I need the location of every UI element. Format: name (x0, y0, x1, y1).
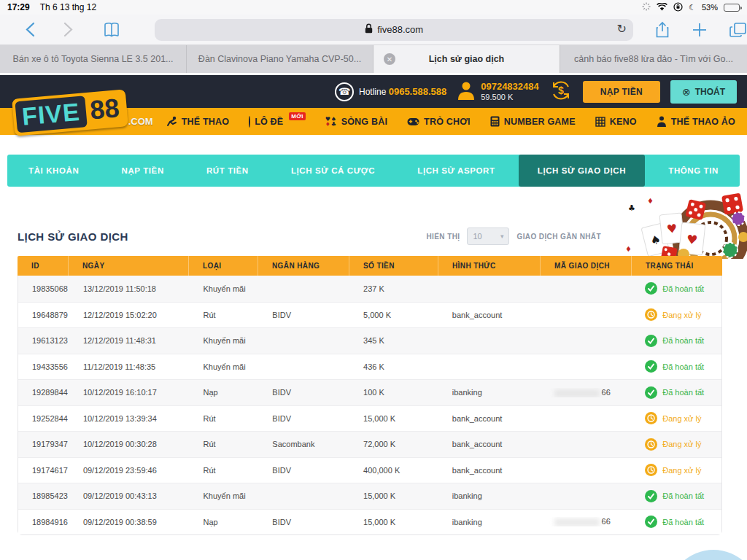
cell-type: Nạp (190, 518, 259, 526)
virtual-sport-icon (657, 116, 667, 127)
cell-bank: BIDV (258, 466, 349, 475)
cell-id: 19433556 (18, 362, 69, 371)
cell-method: bank_account (438, 311, 541, 319)
status-label: Đã hoàn tất (662, 388, 704, 397)
sub-nav-item-5[interactable]: LỊCH SỬ GIAO DỊCH (519, 155, 645, 187)
sport-icon (166, 116, 177, 127)
cell-id: 19179347 (18, 440, 69, 448)
circle-x-icon: ⊗ (682, 86, 691, 98)
rows-per-page-select[interactable]: 10 ▾ (467, 228, 509, 245)
address-bar[interactable]: five88.com ↻ (155, 19, 633, 41)
hotline[interactable]: ☎ Hotline 0965.588.588 (335, 82, 446, 101)
cell-type: Rút (190, 311, 259, 319)
browser-toolbar: five88.com ↻ (0, 15, 747, 45)
cell-date: 11/12/2019 11:48:35 (69, 362, 190, 371)
sub-nav-item-2[interactable]: RÚT TIỀN (187, 155, 268, 187)
check-circle-icon (645, 335, 657, 347)
status-label: Đang xử lý (662, 414, 701, 423)
cell-status: Đang xử lý (631, 412, 721, 424)
orientation-lock-icon (673, 2, 683, 13)
main-nav-label: THỂ THAO (182, 117, 230, 127)
new-tab-icon[interactable] (692, 22, 708, 38)
status-label: Đang xử lý (662, 440, 701, 448)
main-nav-item-6[interactable]: THỂ THAO ẢO (657, 116, 735, 127)
deposit-button[interactable]: NẠP TIỀN (583, 81, 660, 103)
cell-amount: 15,000 K (349, 518, 438, 526)
table-row: 18984916 09/12/2019 00:38:59 Nạp BIDV 15… (18, 509, 721, 535)
tabs-overview-icon[interactable] (729, 22, 747, 38)
page-title: LỊCH SỬ GIAO DỊCH (18, 230, 128, 243)
main-nav-item-4[interactable]: NUMBER GAME (490, 116, 576, 127)
table-row: 18985423 09/12/2019 00:43:13 Khuyến mãi … (18, 483, 721, 509)
cell-amount: 100 K (349, 388, 438, 397)
hotline-number: 0965.588.588 (389, 86, 447, 97)
status-label: Đang xử lý (662, 466, 701, 475)
svg-text:♥: ♥ (686, 232, 698, 247)
close-tab-icon[interactable]: ✕ (384, 53, 395, 65)
cell-method: ibanking (438, 518, 541, 526)
cell-type: Nạp (190, 388, 259, 397)
main-nav-label: KENO (610, 117, 637, 127)
column-header: NGÀY (69, 256, 189, 276)
cell-id: 18985423 (18, 491, 69, 500)
sub-nav-item-3[interactable]: LỊCH SỬ CÁ CƯỢC (272, 155, 394, 187)
browser-tab-1[interactable]: Đàn Clavinova Piano Yamaha CVP-50... (187, 45, 374, 73)
browser-tab-3[interactable]: cảnh báo five88 lừa đảo - Tìm với Go... (560, 45, 747, 73)
cell-bank: BIDV (258, 414, 349, 423)
sub-nav-item-6[interactable]: THÔNG TIN (649, 155, 738, 187)
cell-status: Đã hoàn tất (631, 386, 721, 399)
logout-button[interactable]: ⊗ THOÁT (670, 80, 737, 104)
cell-method: bank_account (438, 414, 541, 423)
exchange-icon[interactable]: $ (549, 79, 573, 105)
cell-amount: 5,000 K (349, 311, 438, 319)
forward-button[interactable] (53, 22, 82, 37)
status-time: 17:29 (7, 2, 30, 12)
cell-bank: Sacombank (258, 440, 349, 448)
svg-text:$: $ (558, 85, 564, 96)
main-nav-item-1[interactable]: LÔ ĐỀMỚI (249, 117, 306, 127)
main-nav-item-0[interactable]: THỂ THAO (166, 116, 230, 127)
browser-tab-2[interactable]: ✕Lịch sử giao dịch (374, 45, 560, 73)
main-nav-item-3[interactable]: TRÒ CHƠI (407, 117, 471, 127)
cell-date: 13/12/2019 11:50:18 (69, 284, 190, 293)
cell-type: Khuyến mãi (190, 362, 259, 371)
cell-type: Khuyến mãi (190, 336, 259, 345)
main-nav-item-5[interactable]: KENO (595, 117, 637, 127)
status-label: Đã hoàn tất (662, 284, 704, 293)
table-row: 19174617 09/12/2019 23:59:46 Rút BIDV 40… (18, 457, 721, 483)
table-row: 19613123 12/12/2019 11:48:31 Khuyến mãi … (18, 327, 721, 354)
status-label: Đang xử lý (662, 311, 701, 319)
tab-bar: Bán xe ô tô Toyota Sienna LE 3.5 201...Đ… (0, 45, 747, 73)
table-row: 19433556 11/12/2019 11:48:35 Khuyến mãi … (18, 354, 721, 380)
cell-status: Đã hoàn tất (631, 335, 721, 347)
table-row: 19179347 10/12/2019 00:30:28 Rút Sacomba… (18, 431, 721, 457)
account-info[interactable]: 09724832484 59.500 K (457, 80, 539, 104)
cell-id: 19648879 (18, 311, 69, 319)
cell-method: bank_account (438, 466, 541, 475)
cell-code: 66 (541, 517, 632, 526)
clock-circle-icon (645, 464, 657, 476)
main-nav-item-2[interactable]: ♥♠♦♣SÒNG BÀI (325, 117, 387, 127)
site-logo[interactable]: FIVE 88 .COM (13, 79, 159, 131)
logo-88: 88 (85, 93, 125, 127)
status-label: Đã hoàn tất (662, 336, 704, 345)
share-icon[interactable] (655, 21, 670, 39)
back-button[interactable] (16, 22, 44, 37)
cell-id: 19835068 (18, 284, 69, 293)
account-balance: 59.500 K (481, 93, 539, 103)
table-row: 19252844 10/12/2019 13:39:34 Rút BIDV 15… (18, 405, 721, 432)
cell-amount: 72,000 K (349, 440, 438, 448)
status-bar: 17:29 Th 6 13 thg 12 ☾ 53% (0, 0, 747, 15)
column-header: HÌNH THỨC (438, 256, 541, 276)
browser-tab-0[interactable]: Bán xe ô tô Toyota Sienna LE 3.5 201... (0, 45, 187, 73)
main-nav-label: THỂ THAO ẢO (671, 117, 735, 127)
sub-nav-item-1[interactable]: NẠP TIỀN (103, 155, 183, 187)
cell-amount: 15,000 K (349, 414, 438, 423)
sub-nav-item-0[interactable]: TÀI KHOẢN (9, 155, 98, 187)
reload-button[interactable]: ↻ (617, 22, 627, 36)
sub-nav-item-4[interactable]: LỊCH SỬ ASPORT (398, 155, 514, 187)
svg-text:♦: ♦ (625, 245, 632, 253)
show-label: HIỂN THỊ (426, 233, 460, 241)
bookmarks-icon[interactable] (96, 22, 127, 38)
cell-amount: 345 K (349, 336, 438, 345)
